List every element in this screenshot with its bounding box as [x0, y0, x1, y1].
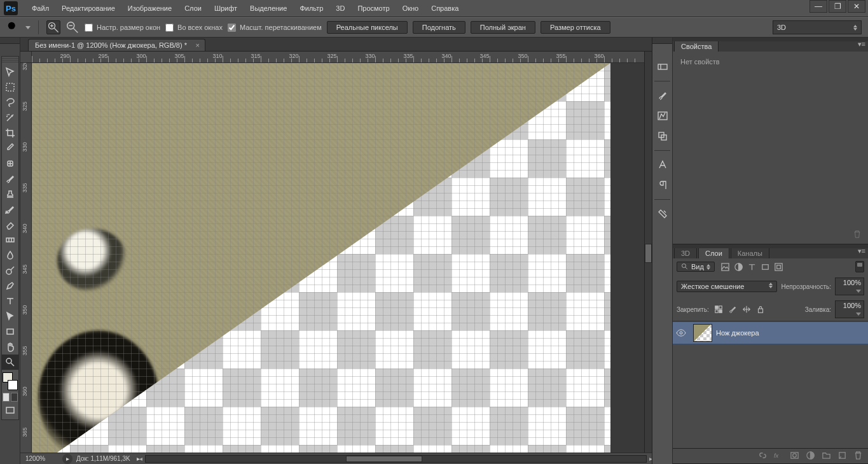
maximize-button[interactable]: ❐ — [829, 0, 846, 13]
resize-windows-checkbox[interactable]: Настр. размер окон — [85, 24, 160, 32]
blur-tool[interactable] — [2, 248, 18, 263]
close-button[interactable]: ✕ — [848, 0, 865, 13]
ruler-vertical[interactable]: 320325330335340345350355360365 — [20, 63, 32, 453]
menu-edit[interactable]: Редактирование — [55, 0, 121, 17]
menu-window[interactable]: Окно — [396, 0, 425, 17]
filter-kind-select[interactable]: Вид — [677, 262, 715, 272]
filter-toggle[interactable] — [855, 261, 864, 272]
brush-panel-icon[interactable] — [654, 87, 672, 104]
path-select-tool[interactable] — [2, 309, 18, 324]
tools-presets-icon[interactable] — [654, 205, 672, 223]
panel-icon-1[interactable] — [654, 58, 672, 76]
zoom-in-icon[interactable] — [46, 20, 60, 34]
color-swatches[interactable] — [3, 372, 18, 390]
menu-image[interactable]: Изображение — [121, 0, 178, 17]
stamp-tool[interactable] — [2, 186, 18, 202]
tab-3d[interactable]: 3D — [674, 248, 697, 258]
layers-menu-icon[interactable]: ▾≡ — [858, 247, 865, 255]
document-tab[interactable]: Без имени-1 @ 1200% (Нож джокера, RGB/8)… — [28, 39, 205, 51]
character-panel-icon[interactable] — [654, 156, 672, 174]
scroll-left-arrow[interactable]: ◂ — [137, 456, 146, 462]
background-color[interactable] — [8, 380, 18, 390]
opacity-input[interactable]: 100% — [835, 278, 864, 295]
visibility-toggle[interactable] — [673, 328, 689, 338]
pen-tool[interactable] — [2, 278, 18, 293]
canvas[interactable] — [32, 63, 652, 453]
brush-tool[interactable] — [2, 171, 18, 186]
all-windows-checkbox[interactable]: Во всех окнах — [165, 24, 223, 32]
paragraph-panel-icon[interactable] — [654, 176, 672, 194]
lock-all-icon[interactable] — [755, 304, 766, 315]
group-icon[interactable] — [822, 451, 831, 461]
blend-mode-select[interactable]: Жесткое смешение — [677, 281, 777, 292]
filter-adjust-icon[interactable] — [733, 261, 745, 272]
history-brush-tool[interactable] — [2, 202, 18, 217]
mask-icon[interactable] — [790, 451, 799, 461]
filter-smart-icon[interactable] — [773, 261, 785, 272]
current-tool-icon[interactable] — [6, 20, 20, 34]
workspace-mode-select[interactable]: 3D — [773, 20, 862, 34]
menu-3d[interactable]: 3D — [329, 0, 351, 17]
delete-layer-icon[interactable] — [853, 451, 863, 461]
lock-pixels-icon[interactable] — [713, 304, 724, 315]
lock-position-icon[interactable] — [741, 304, 752, 315]
menu-filter[interactable]: Фильтр — [293, 0, 329, 17]
menu-layer[interactable]: Слои — [178, 0, 208, 17]
screen-mode-button[interactable] — [2, 403, 18, 418]
eyedropper-tool[interactable] — [2, 141, 18, 156]
menu-help[interactable]: Справка — [425, 0, 465, 17]
actual-pixels-button[interactable]: Реальные пикселы — [327, 21, 408, 34]
quick-mask-toggle[interactable] — [2, 393, 18, 402]
magic-wand-tool[interactable] — [2, 110, 18, 125]
properties-tab[interactable]: Свойства — [674, 41, 719, 52]
menu-select[interactable]: Выделение — [244, 0, 293, 17]
layer-name[interactable]: Нож джокера — [716, 329, 759, 337]
link-layers-icon[interactable] — [758, 451, 768, 461]
zoom-tool[interactable] — [2, 355, 18, 370]
vertical-scrollbar[interactable] — [644, 52, 652, 453]
fill-input[interactable]: 100% — [835, 300, 864, 318]
menu-type[interactable]: Шрифт — [208, 0, 244, 17]
crop-tool[interactable] — [2, 125, 18, 141]
healing-tool[interactable] — [2, 156, 18, 171]
eraser-tool[interactable] — [2, 217, 18, 232]
lock-paint-icon[interactable] — [727, 304, 738, 315]
zoom-value[interactable]: 1200% — [20, 455, 62, 462]
toolbar-grip[interactable] — [2, 58, 18, 63]
hand-tool[interactable] — [2, 339, 18, 355]
adjustment-icon[interactable] — [806, 451, 815, 461]
minimize-button[interactable]: — — [809, 0, 827, 13]
brush-presets-icon[interactable] — [654, 107, 672, 125]
tab-layers[interactable]: Слои — [698, 248, 729, 258]
filter-type-icon[interactable] — [747, 261, 758, 272]
panel-menu-icon[interactable]: ▾≡ — [858, 40, 865, 48]
scroll-thumb[interactable] — [346, 456, 422, 462]
ruler-horizontal[interactable]: 2852902953003053103153203253303353403453… — [32, 52, 652, 63]
rectangle-tool[interactable] — [2, 324, 18, 339]
zoom-out-icon[interactable] — [65, 20, 79, 34]
dock-grip[interactable] — [0, 38, 20, 44]
layer-item[interactable]: Нож джокера — [673, 321, 868, 344]
dock-grip-right[interactable] — [652, 38, 672, 44]
dodge-tool[interactable] — [2, 263, 18, 278]
doc-info[interactable]: ▸ Док: 1,11M/961,3K ▸ — [62, 454, 140, 464]
fx-icon[interactable]: fx — [774, 451, 783, 461]
full-screen-button[interactable]: Полный экран — [471, 21, 535, 34]
fit-screen-button[interactable]: Подогнать — [413, 21, 465, 34]
new-layer-icon[interactable] — [837, 451, 847, 461]
clone-source-icon[interactable] — [654, 127, 672, 145]
print-size-button[interactable]: Размер оттиска — [541, 21, 610, 34]
gradient-tool[interactable] — [2, 232, 18, 248]
type-tool[interactable] — [2, 293, 18, 309]
scrubby-zoom-checkbox[interactable]: Масшт. перетаскиванием — [228, 24, 322, 32]
layer-thumbnail[interactable] — [693, 324, 712, 342]
trash-icon[interactable] — [853, 230, 862, 240]
layer-list[interactable]: Нож джокера — [673, 321, 868, 448]
menu-view[interactable]: Просмотр — [351, 0, 396, 17]
tab-channels[interactable]: Каналы — [731, 248, 769, 258]
close-icon[interactable]: × — [196, 41, 200, 49]
filter-shape-icon[interactable] — [760, 261, 771, 272]
marquee-tool[interactable] — [2, 80, 18, 95]
filter-pixel-icon[interactable] — [720, 261, 731, 272]
horizontal-scrollbar[interactable]: ◂ ▸ — [145, 455, 647, 463]
